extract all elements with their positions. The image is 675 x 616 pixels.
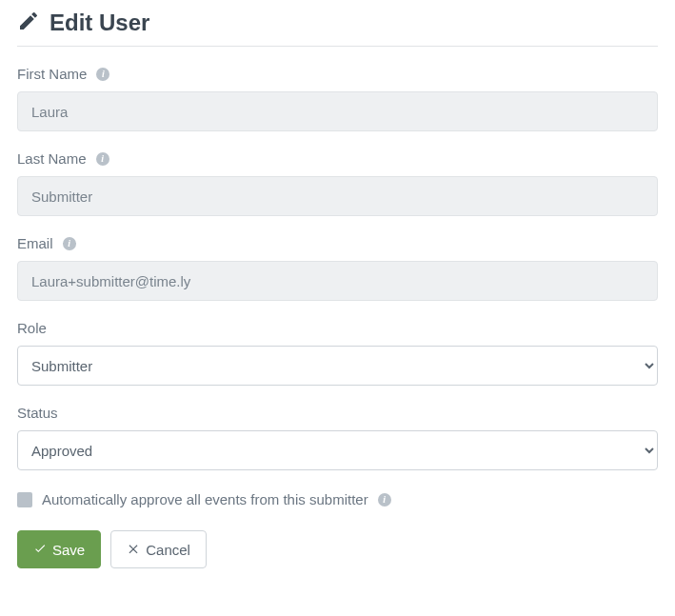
field-role: Role Submitter [17,320,658,386]
first-name-input[interactable] [17,91,658,131]
field-last-name: Last Name i [17,150,658,216]
email-label: Email [17,235,53,251]
role-select[interactable]: Submitter [17,346,658,386]
field-email: Email i [17,235,658,301]
info-icon[interactable]: i [63,237,76,250]
last-name-input[interactable] [17,176,658,216]
auto-approve-checkbox[interactable]: Automatically approve all events from th… [17,491,658,507]
role-label: Role [17,320,47,336]
info-icon[interactable]: i [96,152,109,166]
save-button[interactable]: Save [17,530,101,568]
cancel-button-label: Cancel [146,542,190,558]
cancel-button[interactable]: Cancel [110,530,207,568]
last-name-label: Last Name [17,150,87,167]
save-button-label: Save [52,542,85,558]
page-title: Edit User [50,10,149,36]
auto-approve-label: Automatically approve all events from th… [42,491,368,507]
email-input[interactable] [17,261,658,301]
checkbox-icon [17,492,32,507]
status-select[interactable]: Approved [17,430,658,470]
status-label: Status [17,405,58,421]
button-row: Save Cancel [17,530,658,568]
page-header: Edit User [17,10,658,47]
info-icon[interactable]: i [96,68,109,81]
close-icon [127,542,140,558]
check-icon [33,542,47,558]
field-status: Status Approved [17,405,658,470]
pencil-icon [17,10,40,36]
first-name-label: First Name [17,66,87,82]
info-icon[interactable]: i [378,493,391,507]
field-first-name: First Name i [17,66,658,131]
